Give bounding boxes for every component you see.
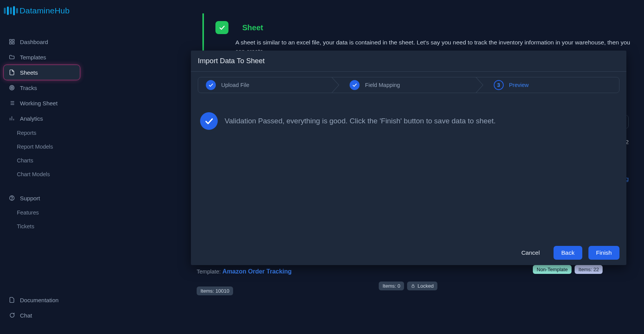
template-label: Template: (197, 269, 221, 275)
locked-label: Locked (417, 283, 434, 289)
step-label: Upload File (221, 82, 249, 88)
sidebar-item-label: Working Sheet (20, 100, 58, 106)
svg-point-17 (12, 199, 12, 200)
svg-rect-1 (12, 39, 14, 41)
lock-icon (411, 284, 415, 288)
import-stepper: Upload File Field Mapping 3 Preview (198, 77, 619, 93)
svg-point-6 (12, 87, 12, 88)
card-fragment-2: Items: 0 Locked (379, 282, 532, 290)
target-icon (8, 84, 15, 91)
sidebar-item-tracks[interactable]: Tracks (4, 80, 80, 95)
sidebar-item-documentation[interactable]: Documentation (4, 293, 80, 307)
sidebar-item-analytics[interactable]: Analytics (4, 111, 80, 126)
folder-icon (8, 54, 15, 61)
doc-icon (8, 296, 15, 303)
check-icon (215, 21, 228, 34)
sidebar-item-label: Analytics (20, 115, 43, 122)
sidebar-sub-features[interactable]: Features (4, 206, 80, 219)
items-count-badge: Items: 10010 (197, 287, 233, 295)
brand-name: DatamineHub (20, 6, 70, 15)
main-content: Sheet A sheet is similar to an excel fil… (84, 0, 644, 334)
chat-icon (8, 312, 15, 319)
file-icon (8, 69, 15, 76)
back-button[interactable]: Back (554, 246, 582, 260)
sidebar-item-label: Dashboard (20, 39, 48, 45)
sidebar-item-label: Tracks (20, 85, 37, 91)
non-template-badge: Non-Template (533, 265, 572, 274)
items-count-badge: Items: 0 (379, 282, 404, 290)
sidebar: DatamineHub Dashboard Templates Sheets (0, 0, 84, 334)
sidebar-bottom: Documentation Chat (0, 293, 84, 334)
sidebar-item-label: Support (20, 195, 40, 201)
sidebar-item-label: Sheets (20, 69, 38, 76)
logo-icon (4, 6, 18, 15)
step-separator (331, 77, 342, 93)
step-separator (475, 77, 486, 93)
validation-status: Validation Passed, everything is good. C… (200, 112, 617, 130)
step-label: Preview (509, 82, 529, 88)
sidebar-item-label: Chat (20, 312, 32, 319)
svg-rect-0 (10, 39, 12, 41)
validation-message: Validation Passed, everything is good. C… (225, 117, 496, 125)
sidebar-item-label: Templates (20, 54, 46, 61)
modal-footer: Cancel Back Finish (191, 241, 626, 265)
step-preview[interactable]: 3 Preview (486, 80, 619, 90)
sidebar-item-dashboard[interactable]: Dashboard (4, 34, 80, 49)
card-fragment-1: Template: Amazon Order Tracking Items: 1… (197, 268, 358, 295)
primary-nav: Dashboard Templates Sheets Tracks (0, 23, 84, 233)
sidebar-item-sheets[interactable]: Sheets (4, 65, 80, 80)
sidebar-sub-chart-models[interactable]: Chart Models (4, 168, 80, 181)
sidebar-item-working-sheet[interactable]: Working Sheet (4, 96, 80, 110)
sidebar-sub-tickets[interactable]: Tickets (4, 220, 80, 233)
step-label: Field Mapping (365, 82, 400, 88)
help-icon (8, 195, 15, 201)
svg-rect-2 (10, 42, 12, 44)
cancel-button[interactable]: Cancel (514, 246, 547, 260)
sidebar-sub-reports[interactable]: Reports (4, 126, 80, 139)
sidebar-item-label: Documentation (20, 297, 59, 303)
check-icon (200, 112, 218, 130)
items-count-badge: Items: 22 (575, 265, 603, 274)
modal-body: Validation Passed, everything is good. C… (191, 93, 626, 241)
locked-badge: Locked (407, 282, 437, 290)
template-link[interactable]: Amazon Order Tracking (222, 268, 292, 275)
svg-rect-18 (412, 286, 414, 288)
sidebar-item-templates[interactable]: Templates (4, 50, 80, 64)
hint-title: Sheet (242, 23, 263, 32)
brand-logo[interactable]: DatamineHub (0, 3, 84, 23)
step-upload-file[interactable]: Upload File (198, 80, 331, 90)
bars-icon (8, 115, 15, 122)
sidebar-sub-report-models[interactable]: Report Models (4, 140, 80, 153)
sidebar-item-chat[interactable]: Chat (4, 308, 80, 323)
finish-button[interactable]: Finish (588, 246, 619, 260)
step-number: 3 (494, 80, 504, 90)
modal-title: Import Data To Sheet (191, 51, 626, 72)
svg-rect-3 (12, 42, 14, 44)
sidebar-sub-charts[interactable]: Charts (4, 154, 80, 167)
check-icon (350, 80, 360, 90)
step-field-mapping[interactable]: Field Mapping (342, 80, 475, 90)
sidebar-item-support[interactable]: Support (4, 191, 80, 205)
import-data-modal: Import Data To Sheet Upload File Field M… (191, 51, 626, 265)
list-icon (8, 100, 15, 106)
check-icon (206, 80, 216, 90)
grid-icon (8, 38, 15, 45)
